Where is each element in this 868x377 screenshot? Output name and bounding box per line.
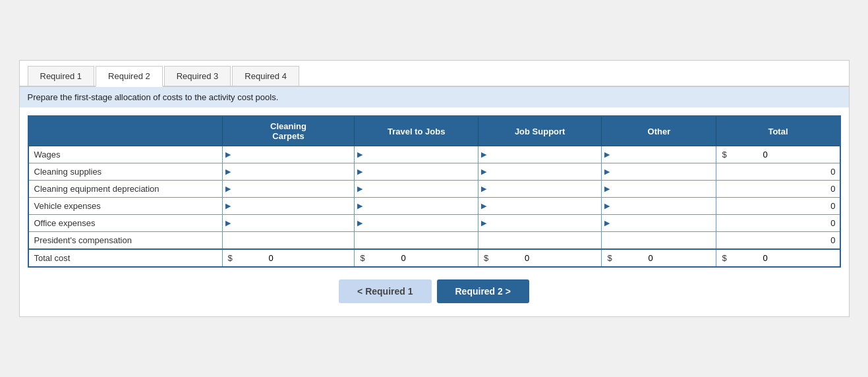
cleaning-supplies-total-cell: 0 — [716, 163, 840, 181]
president-other-input[interactable] — [604, 235, 644, 245]
cleaning-equip-total-value: 0 — [830, 184, 835, 194]
president-travel-input[interactable] — [357, 235, 397, 245]
table-row: Office expenses ▶ ▶ ▶ ▶ 0 — [28, 215, 840, 232]
allocation-table-area: CleaningCarpets Travel to Jobs Job Suppo… — [20, 107, 849, 268]
wages-job-support-input[interactable] — [488, 150, 527, 160]
wages-other-input[interactable] — [611, 150, 651, 160]
vehicle-js-cell[interactable]: ▶ — [478, 198, 601, 215]
president-other-cell[interactable] — [602, 232, 716, 250]
president-js-input[interactable] — [481, 235, 521, 245]
wages-travel-jobs-cell[interactable]: ▶ — [355, 146, 478, 163]
vehicle-total-value: 0 — [830, 201, 835, 211]
cleaning-equip-total-cell: 0 — [716, 181, 840, 198]
table-row: Wages ▶ ▶ ▶ ▶ $ — [28, 146, 840, 163]
table-row: Cleaning supplies ▶ ▶ ▶ ▶ 0 — [28, 163, 840, 181]
tab-required-4[interactable]: Required 4 — [232, 66, 299, 86]
total-cost-row: Total cost $ $ — [28, 249, 840, 267]
cleaning-equip-cc-cell[interactable]: ▶ — [222, 181, 355, 198]
wages-travel-jobs-input[interactable] — [364, 150, 403, 160]
total-other-dollar: $ — [607, 253, 612, 263]
cleaning-equip-other-cell[interactable]: ▶ — [602, 181, 716, 198]
wages-job-support-cell[interactable]: ▶ — [478, 146, 601, 163]
total-other-input[interactable] — [614, 253, 653, 263]
total-grand-input[interactable] — [728, 253, 768, 263]
row-label-wages: Wages — [28, 146, 223, 163]
cleaning-supplies-other-cell[interactable]: ▶ — [602, 163, 716, 181]
cleaning-equip-cc-input[interactable] — [232, 184, 272, 194]
tab-required-3[interactable]: Required 3 — [164, 66, 231, 86]
col-header-other: Other — [602, 116, 716, 146]
row-label-cleaning-supplies: Cleaning supplies — [28, 163, 223, 181]
vehicle-cc-input[interactable] — [232, 201, 272, 211]
allocation-table: CleaningCarpets Travel to Jobs Job Suppo… — [28, 115, 841, 268]
cleaning-supplies-cleaning-carpets-cell[interactable]: ▶ — [222, 163, 355, 181]
vehicle-other-input[interactable] — [611, 201, 651, 211]
instruction-bar: Prepare the first-stage allocation of co… — [20, 87, 849, 107]
tab-required-2[interactable]: Required 2 — [96, 66, 163, 87]
cleaning-supplies-cc-input[interactable] — [232, 167, 272, 177]
row-label-total: Total cost — [28, 249, 223, 267]
office-travel-cell[interactable]: ▶ — [355, 215, 478, 232]
office-travel-input[interactable] — [364, 218, 403, 228]
total-travel-dollar: $ — [360, 253, 364, 263]
total-travel-cell: $ — [355, 249, 478, 267]
col-header-total: Total — [716, 116, 840, 146]
total-other-cell: $ — [602, 249, 716, 267]
total-js-dollar: $ — [484, 253, 488, 263]
prev-button[interactable]: < Required 1 — [339, 279, 431, 303]
cleaning-equip-other-input[interactable] — [611, 184, 651, 194]
cleaning-equip-js-cell[interactable]: ▶ — [478, 181, 601, 198]
cleaning-supplies-travel-cell[interactable]: ▶ — [355, 163, 478, 181]
vehicle-cc-cell[interactable]: ▶ — [222, 198, 355, 215]
office-total-value: 0 — [830, 218, 835, 228]
instruction-text: Prepare the first-stage allocation of co… — [28, 92, 279, 102]
office-js-cell[interactable]: ▶ — [478, 215, 601, 232]
cleaning-supplies-travel-input[interactable] — [364, 167, 403, 177]
table-row: Cleaning equipment depreciation ▶ ▶ ▶ ▶ … — [28, 181, 840, 198]
cleaning-supplies-other-input[interactable] — [611, 167, 651, 177]
row-label-cleaning-equipment: Cleaning equipment depreciation — [28, 181, 223, 198]
total-js-input[interactable] — [490, 253, 529, 263]
office-js-input[interactable] — [488, 218, 527, 228]
office-cc-cell[interactable]: ▶ — [222, 215, 355, 232]
wages-other-cell[interactable]: ▶ — [602, 146, 716, 163]
office-other-input[interactable] — [611, 218, 651, 228]
president-cc-input[interactable] — [225, 235, 265, 245]
cleaning-supplies-job-support-cell[interactable]: ▶ — [478, 163, 601, 181]
next-button[interactable]: Required 2 > — [437, 279, 529, 303]
tab-required-1[interactable]: Required 1 — [28, 66, 95, 86]
total-grand-dollar: $ — [722, 253, 726, 263]
col-header-travel-to-jobs: Travel to Jobs — [355, 116, 478, 146]
office-cc-input[interactable] — [232, 218, 272, 228]
vehicle-js-input[interactable] — [488, 201, 527, 211]
tabs-bar: Required 1 Required 2 Required 3 Require… — [20, 61, 849, 87]
cleaning-supplies-js-input[interactable] — [488, 167, 527, 177]
total-cc-input[interactable] — [234, 253, 274, 263]
row-label-vehicle: Vehicle expenses — [28, 198, 223, 215]
col-header-label — [28, 116, 223, 146]
president-cc-cell[interactable] — [222, 232, 355, 250]
col-header-cleaning-carpets: CleaningCarpets — [222, 116, 355, 146]
cleaning-equip-js-input[interactable] — [488, 184, 527, 194]
cleaning-equip-travel-input[interactable] — [364, 184, 403, 194]
total-grand-cell: $ — [716, 249, 840, 267]
total-cc-cell: $ — [222, 249, 355, 267]
bottom-navigation: < Required 1 Required 2 > — [20, 268, 849, 316]
row-label-office: Office expenses — [28, 215, 223, 232]
vehicle-travel-cell[interactable]: ▶ — [355, 198, 478, 215]
wages-cleaning-carpets-cell[interactable]: ▶ — [222, 146, 355, 163]
row-label-president: President's compensation — [28, 232, 223, 250]
president-total-value: 0 — [830, 235, 835, 245]
wages-cleaning-carpets-input[interactable] — [232, 150, 272, 160]
president-js-cell[interactable] — [478, 232, 601, 250]
cleaning-equip-travel-cell[interactable]: ▶ — [355, 181, 478, 198]
wages-total-input[interactable] — [728, 150, 768, 160]
vehicle-other-cell[interactable]: ▶ — [602, 198, 716, 215]
office-other-cell[interactable]: ▶ — [602, 215, 716, 232]
vehicle-travel-input[interactable] — [364, 201, 403, 211]
table-row: President's compensation 0 — [28, 232, 840, 250]
president-travel-cell[interactable] — [355, 232, 478, 250]
total-travel-input[interactable] — [366, 253, 406, 263]
wages-dollar-sign: $ — [722, 150, 726, 160]
total-cc-dollar: $ — [228, 253, 233, 263]
